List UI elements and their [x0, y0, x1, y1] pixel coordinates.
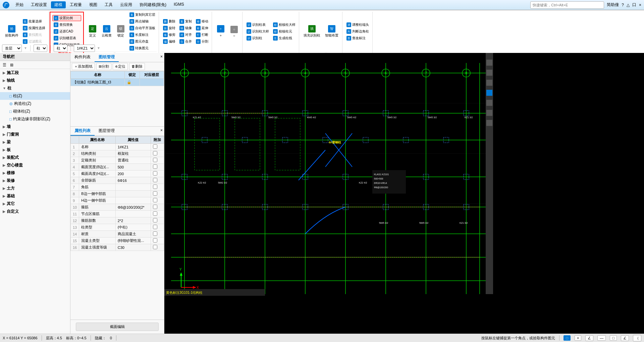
attr-row-4[interactable]: 5 截面高度(H边)(... 200: [71, 170, 164, 177]
gen-line-btn[interactable]: 生 生成柱线: [272, 35, 297, 41]
tree-construct-col[interactable]: ◎ 构造柱(Z): [0, 100, 70, 108]
tree-prefab[interactable]: ▶ 装配式: [0, 154, 70, 161]
element-select[interactable]: 柱: [34, 45, 47, 52]
tree-icon-view-btn[interactable]: ⊞: [9, 62, 15, 68]
kz-select[interactable]: 1#KZ1 2#KZ1: [74, 45, 95, 52]
attr-extra-cb-4[interactable]: [153, 171, 157, 176]
trim-btn[interactable]: 修 修剪: [162, 32, 177, 38]
check-detail-btn[interactable]: 校 校核柱大样: [272, 22, 297, 28]
nav-project-settings[interactable]: 工程设置: [28, 1, 50, 8]
add-drawing-btn[interactable]: ＋添加图纸: [72, 63, 95, 70]
corner-col-btn[interactable]: 判 判断边角柱: [345, 28, 370, 35]
extend-btn[interactable]: 延 延伸: [195, 25, 210, 31]
status-cross-btn[interactable]: ×: [575, 335, 581, 341]
mid-close-btn[interactable]: ×: [159, 53, 164, 62]
attr-row-7[interactable]: 8 B边一侧中部筋: [71, 191, 164, 197]
tree-list-view-btn[interactable]: ☰: [1, 62, 7, 68]
tree-beam[interactable]: ▶ 梁: [0, 138, 70, 146]
pick-component-btn[interactable]: 拾 拾取构件: [3, 24, 20, 39]
locate-drawing-btn[interactable]: ⊕定位: [113, 63, 128, 70]
length-dim-btn[interactable]: 长 长度标注: [128, 32, 157, 38]
tab-drawing-mgmt[interactable]: 图纸管理: [95, 53, 119, 62]
tree-construction-stage[interactable]: ▶ 施工段: [0, 69, 70, 77]
attr-row-3[interactable]: 4 截面宽度(B边)(... 500: [71, 164, 164, 170]
mirror-btn[interactable]: 镜 镜像: [178, 25, 193, 31]
convert-btn[interactable]: 转 转换图元: [128, 45, 157, 51]
attr-extra-cb-6[interactable]: [153, 185, 157, 189]
props-close-btn[interactable]: ×: [159, 127, 164, 136]
tree-hollow[interactable]: ▶ 空心楼盖: [0, 161, 70, 169]
save-elem-btn[interactable]: 图 图元存盘: [128, 39, 157, 45]
tree-earthwork[interactable]: ▶ 土方: [0, 185, 70, 192]
tree-constrain-col[interactable]: □ 约束边缘非阴影区(Z): [0, 115, 70, 123]
delete-btn[interactable]: 删 删除: [162, 18, 177, 24]
attr-row-10[interactable]: 11 节点区箍筋: [71, 211, 164, 217]
offset-btn[interactable]: 偏 偏移: [162, 39, 177, 45]
smart-place-btn[interactable]: 智 智能布置: [323, 24, 340, 39]
attr-row-14[interactable]: 15 混凝土类型 (特细砂塑性混...: [71, 237, 164, 244]
attr-row-2[interactable]: 3 定额类别 普通柱: [71, 157, 164, 164]
adjust-head-btn[interactable]: 调 调整柱端头: [345, 22, 370, 28]
fill-recog-btn[interactable]: 填 填充识别柱: [302, 24, 322, 39]
help-btn[interactable]: ?: [622, 3, 624, 7]
attr-extra-cb-3[interactable]: [153, 164, 157, 169]
attr-select-btn[interactable]: 按 按属性选择: [21, 25, 47, 31]
filter-element-btn[interactable]: 过 过滤图元: [21, 39, 47, 45]
recog-detail-btn[interactable]: 识 识别柱大样: [245, 28, 270, 35]
nav-igms[interactable]: IGMS: [170, 1, 187, 8]
attr-row-6[interactable]: 7 角筋: [71, 184, 164, 191]
break-btn[interactable]: 打 打断: [195, 32, 210, 38]
copy-other-btn[interactable]: 复 复制到其它层: [128, 12, 157, 18]
attr-extra-cb-9[interactable]: [153, 205, 157, 209]
nav-quantity[interactable]: 工程量: [66, 1, 85, 8]
nav-collab[interactable]: 协同建模(限免): [136, 1, 170, 8]
attr-extra-cb-13[interactable]: [153, 231, 157, 236]
attr-extra-cb-5[interactable]: [153, 178, 157, 182]
tree-door-window[interactable]: ▶ 门窗洞: [0, 131, 70, 138]
tree-decoration[interactable]: ▶ 装修: [0, 177, 70, 185]
attr-row-15[interactable]: 16 混凝土强度等级 C30: [71, 244, 164, 251]
floor-select[interactable]: 首层 第2层: [2, 45, 22, 52]
status-box-btn[interactable]: □: [610, 335, 617, 341]
delete-drawing-btn[interactable]: 🗑删除: [129, 63, 145, 70]
nav-start[interactable]: 开始: [12, 1, 27, 8]
minimize-btn[interactable]: 口: [632, 2, 636, 8]
attr-row-5[interactable]: 6 全部纵筋 6Φ16: [71, 177, 164, 184]
recog-col-btn[interactable]: 识 识别柱: [245, 35, 270, 41]
tree-column[interactable]: ▼ 柱: [0, 84, 70, 92]
attr-row-1[interactable]: 2 结构类别 框架柱: [71, 150, 164, 157]
search-input[interactable]: [530, 1, 604, 9]
attr-extra-cb-2[interactable]: [153, 158, 157, 162]
move-btn[interactable]: 移 移动: [195, 18, 210, 24]
tree-other[interactable]: ▶ 其它: [0, 200, 70, 208]
check-col-btn[interactable]: 校 校核柱元: [272, 28, 297, 35]
lock-btn[interactable]: 锁 锁定: [115, 24, 127, 39]
attr-extra-cb-12[interactable]: [153, 225, 157, 229]
status-angle-btn[interactable]: ∠: [585, 335, 593, 341]
attr-row-0[interactable]: 1 名称 1#KZ1: [71, 144, 164, 150]
find-replace-btn[interactable]: 查 查找替换: [52, 22, 81, 28]
attr-extra-cb-14[interactable]: [153, 238, 157, 243]
status-paren-btn[interactable]: （: [633, 335, 641, 341]
attr-extra-cb-10[interactable]: [153, 211, 157, 216]
tree-masonry-col[interactable]: □ 砌体柱(Z): [0, 108, 70, 115]
tree-slab[interactable]: ▶ 板: [0, 146, 70, 154]
tree-custom[interactable]: ▶ 自定义: [0, 208, 70, 215]
tree-wall[interactable]: ▶ 墙: [0, 123, 70, 131]
attr-row-8[interactable]: 9 H边一侧中部筋: [71, 197, 164, 204]
attr-extra-cb-7[interactable]: [153, 191, 157, 196]
merge-btn[interactable]: 合 合并: [178, 39, 193, 45]
tab-attr-list[interactable]: 属性列表: [70, 127, 95, 136]
tree-foundation[interactable]: ▶ 基础: [0, 192, 70, 200]
attr-extra-cb-0[interactable]: [153, 144, 157, 149]
tab-component-list[interactable]: 构件列表: [70, 53, 95, 62]
find-element-btn[interactable]: 查 查找图元: [21, 32, 47, 38]
tab-layer-mgmt[interactable]: 图层管理: [95, 127, 119, 136]
split-btn[interactable]: 分 分割: [195, 39, 210, 45]
restore-cad-btn[interactable]: 还 还原CAD: [52, 28, 81, 35]
attr-row-9[interactable]: 10 箍筋 Φ8@100/200(2*: [71, 204, 164, 211]
nav-tools[interactable]: 工具: [101, 1, 116, 8]
element-select2[interactable]: 柱: [54, 45, 67, 52]
recog-table-btn[interactable]: 识 识别柱表: [245, 22, 270, 28]
status-arc-btn[interactable]: ∠: [621, 335, 629, 341]
